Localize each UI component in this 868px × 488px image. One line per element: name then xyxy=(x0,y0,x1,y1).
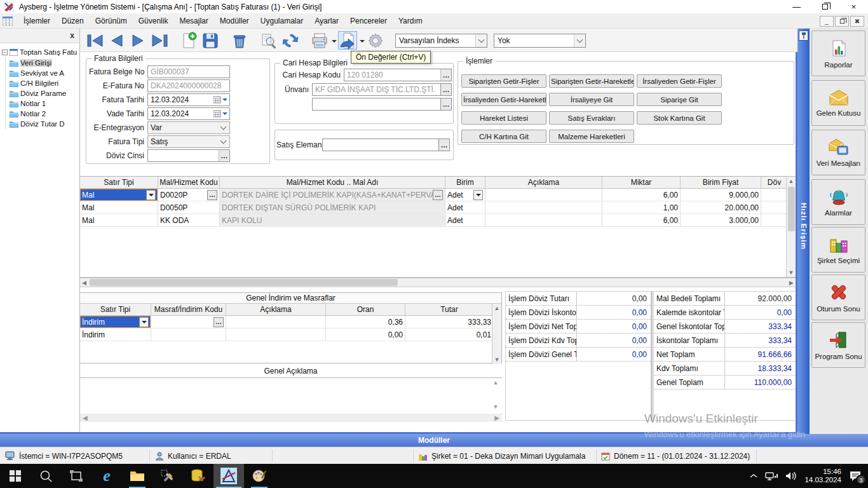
invoice-type-combo[interactable]: Satış xyxy=(147,135,230,148)
item-code-cell[interactable]: D0050P… xyxy=(158,201,220,214)
sidebar-button-reports[interactable]: Raporlar xyxy=(811,30,865,76)
last-record-button[interactable] xyxy=(150,31,169,50)
item-name-cell[interactable]: DORTEK DIŞTAN SÜRGÜ POLİMERİK KAPI… xyxy=(220,201,445,214)
scroll-left-icon[interactable]: ◀ xyxy=(83,414,88,421)
currency-cell[interactable] xyxy=(761,201,787,214)
discount-code-cell[interactable]: … xyxy=(151,329,226,341)
sidebar-button-logout[interactable]: Oturum Sonu xyxy=(811,274,865,320)
item-name-cell[interactable]: DORTEK DAİRE İÇİ POLİMERİK KAPI(KASA+KAN… xyxy=(220,189,445,201)
discount-row[interactable]: İndirim … 0,36 333,33 xyxy=(80,316,501,329)
account-title-field[interactable]: KF GIDA İNŞAAT DIŞ TİC.LTD.ŞTİ. xyxy=(312,83,441,96)
menu-item[interactable]: Düzen xyxy=(56,15,90,27)
chevron-down-icon[interactable] xyxy=(574,34,585,47)
notification-center-icon[interactable]: 3 xyxy=(849,470,862,482)
unit-price-cell[interactable]: 20.000,00 xyxy=(681,201,761,214)
new-record-icon[interactable] xyxy=(179,31,198,50)
lookup-ellipsis-button[interactable]: … xyxy=(207,190,217,200)
tree-item[interactable]: Notlar 2 xyxy=(10,109,79,119)
search-icon[interactable] xyxy=(259,31,278,50)
chevron-down-icon[interactable] xyxy=(475,34,487,47)
operation-button[interactable]: İrsaliyeden Getir-Fişler xyxy=(637,74,722,88)
row-type-cell[interactable]: Mal xyxy=(80,201,158,214)
row-type-cell[interactable]: Mal xyxy=(80,214,158,226)
vertical-scrollbar[interactable]: ▲ ▼ xyxy=(492,304,501,364)
column-header[interactable]: Oran xyxy=(326,304,405,315)
operation-button[interactable]: Siparişten Getir-Fişler xyxy=(461,74,546,88)
default-values-icon[interactable] xyxy=(338,31,357,50)
rate-cell[interactable]: 0,00 xyxy=(326,329,405,341)
date-dropdown-arrow[interactable] xyxy=(222,112,227,118)
horizontal-scrollbar[interactable]: ◀▶ xyxy=(80,414,502,422)
operation-button[interactable]: Siparişten Getir-Hareketler xyxy=(549,74,634,88)
clock[interactable]: 15:46 14.03.2024 xyxy=(804,468,841,484)
item-code-cell[interactable]: D0020P… xyxy=(158,189,220,201)
horizontal-scrollbar[interactable]: ◀ ▶ xyxy=(79,278,796,287)
date-dropdown-arrow[interactable] xyxy=(222,98,227,104)
row-type-cell[interactable]: Mal xyxy=(80,189,158,201)
table-row[interactable]: Mal D0020P… DORTEK DAİRE İÇİ POLİMERİK K… xyxy=(80,189,796,201)
column-header[interactable]: Tutar xyxy=(405,304,493,315)
table-row[interactable]: Mal D0050P… DORTEK DIŞTAN SÜRGÜ POLİMERİ… xyxy=(80,201,796,214)
save-icon[interactable] xyxy=(201,31,220,50)
column-header[interactable]: Miktar xyxy=(602,177,681,188)
dropdown-arrow[interactable] xyxy=(473,190,483,200)
currency-field[interactable]: … xyxy=(147,149,230,162)
scroll-thumb[interactable] xyxy=(90,279,398,286)
scroll-down-icon[interactable]: ▼ xyxy=(491,403,500,412)
general-note-box[interactable]: ▲ ▼ ◀▶ xyxy=(79,377,502,422)
lookup-ellipsis-button[interactable]: … xyxy=(433,190,443,200)
tree-item[interactable]: Notlar 1 xyxy=(10,98,79,109)
operation-button[interactable]: Malzeme Hareketleri xyxy=(549,130,634,143)
scroll-down-icon[interactable]: ▼ xyxy=(787,268,796,277)
menu-item[interactable]: Modüller xyxy=(214,15,255,27)
description-cell[interactable] xyxy=(226,316,326,328)
sidebar-button-exit[interactable]: Program Sonu xyxy=(811,322,865,368)
description-cell[interactable] xyxy=(485,214,602,226)
operation-button[interactable]: İrsaliyeye Git xyxy=(549,93,634,106)
tree-item[interactable]: Döviz Parame xyxy=(10,88,79,98)
column-header[interactable]: Açıklama xyxy=(485,177,602,188)
einvoice-no-field[interactable]: DKA2024000000028 xyxy=(147,79,230,92)
general-note-text[interactable] xyxy=(80,378,502,413)
mdi-close-button[interactable]: ✖ xyxy=(850,16,864,27)
discount-row[interactable]: İndirim … 0,00 0,01 xyxy=(80,329,501,341)
column-header[interactable]: Masraf/İndirim Kodu xyxy=(151,304,226,315)
menu-item[interactable]: Görünüm xyxy=(90,15,133,27)
sidebar-button-inbox[interactable]: Gelen Kutusu xyxy=(811,80,865,126)
sidebar-button-data-messages[interactable]: Veri Mesajları xyxy=(811,130,865,175)
scroll-right-icon[interactable]: ▶ xyxy=(494,414,499,421)
menu-item[interactable]: Uygulamalar xyxy=(255,15,309,27)
delete-icon[interactable] xyxy=(230,31,249,50)
aysberg-app-icon[interactable] xyxy=(214,464,244,488)
quick-access-tab-label[interactable]: Hızlı Erişim xyxy=(800,203,808,250)
tree-root[interactable]: − Toptan Satış Fatu xyxy=(2,46,79,58)
e-integration-combo[interactable]: Var xyxy=(147,121,230,134)
unit-price-cell[interactable]: 9.000,00 xyxy=(681,189,761,201)
scroll-right-icon[interactable]: ▶ xyxy=(787,278,796,287)
item-code-cell[interactable]: KK ODA… xyxy=(158,214,220,226)
invoice-doc-no-field[interactable]: GİB000037 xyxy=(147,65,230,78)
next-record-button[interactable] xyxy=(128,31,147,50)
invoice-date-field[interactable]: 12.03.2024 xyxy=(147,93,230,106)
file-explorer-icon[interactable] xyxy=(122,464,153,488)
menu-item[interactable]: Güvenlik xyxy=(133,15,174,27)
refresh-icon[interactable] xyxy=(281,31,300,50)
lookup-ellipsis-button[interactable]: … xyxy=(441,83,452,96)
tree-item[interactable]: Döviz Tutar D xyxy=(10,119,79,129)
lookup-ellipsis-button[interactable]: … xyxy=(441,98,452,111)
lookup-ellipsis-button[interactable]: … xyxy=(440,69,451,81)
scroll-thumb[interactable] xyxy=(788,187,795,231)
tree-item[interactable]: Sevkiyat ve A xyxy=(10,68,79,78)
scroll-up-icon[interactable]: ▲ xyxy=(491,379,500,388)
internet-explorer-icon[interactable]: e xyxy=(92,464,122,488)
menu-item[interactable]: Pencereler xyxy=(344,15,393,27)
index-combo[interactable]: Varsayılan İndeks xyxy=(395,34,487,48)
description-cell[interactable] xyxy=(485,189,602,201)
scroll-down-icon[interactable]: ▼ xyxy=(493,355,501,364)
quantity-cell[interactable]: 6,00 xyxy=(602,214,681,226)
operation-button[interactable]: C/H Kartına Git xyxy=(461,130,546,143)
column-header[interactable]: Satır Tipi xyxy=(80,177,158,188)
column-header[interactable]: Açıklama xyxy=(226,304,326,315)
unit-cell[interactable]: Adet xyxy=(445,201,485,214)
secondary-combo[interactable]: Yok xyxy=(494,34,586,48)
